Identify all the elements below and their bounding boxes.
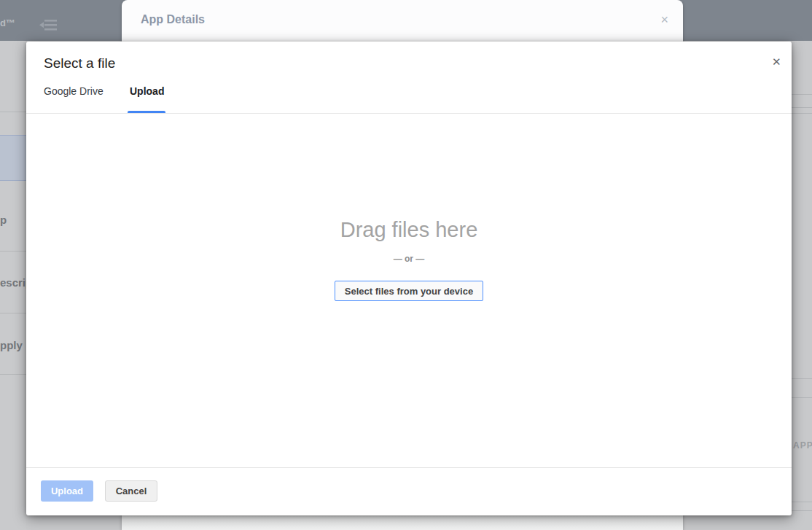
tab-bar: Google Drive Upload xyxy=(26,85,792,114)
app-details-close-icon[interactable]: × xyxy=(660,12,668,27)
dialog-title: Select a file xyxy=(44,55,115,71)
upload-button[interactable]: Upload xyxy=(41,480,93,502)
background-divider xyxy=(0,112,26,112)
background-divider xyxy=(0,313,26,313)
dropzone-or-separator: — or — xyxy=(394,254,425,264)
background-divider xyxy=(792,510,812,511)
tab-google-drive[interactable]: Google Drive xyxy=(44,85,104,114)
background-divider xyxy=(792,94,812,95)
background-label-fragment: p xyxy=(0,214,7,226)
collapse-menu-icon[interactable] xyxy=(39,17,58,34)
file-dropzone[interactable]: Drag files here — or — Select files from… xyxy=(26,114,792,467)
background-divider xyxy=(0,251,26,252)
dialog-close-icon[interactable]: ✕ xyxy=(769,52,784,71)
tab-upload[interactable]: Upload xyxy=(130,85,164,114)
background-divider xyxy=(0,374,26,375)
dropzone-heading: Drag files here xyxy=(340,218,478,242)
logo-text-fragment: d™ xyxy=(0,17,15,28)
background-divider xyxy=(792,378,812,379)
app-details-title: App Details xyxy=(141,13,205,26)
select-file-dialog: Select a file ✕ Google Drive Upload Drag… xyxy=(26,42,792,515)
background-divider xyxy=(792,397,812,398)
dialog-footer: Upload Cancel xyxy=(26,467,792,515)
background-selected-row xyxy=(0,135,26,181)
background-divider xyxy=(792,107,812,108)
background-divider xyxy=(792,113,812,114)
active-tab-underline xyxy=(128,111,165,113)
background-divider xyxy=(792,502,812,502)
background-form-left-edge: p escript pply xyxy=(0,41,26,530)
cancel-button[interactable]: Cancel xyxy=(105,480,157,502)
select-files-button[interactable]: Select files from your device xyxy=(335,281,483,301)
background-label-fragment: escript xyxy=(0,276,26,289)
background-apps-column-label: APP xyxy=(793,440,812,451)
background-table-right-edge: APP xyxy=(792,41,812,530)
background-label-fragment: pply xyxy=(0,339,23,351)
